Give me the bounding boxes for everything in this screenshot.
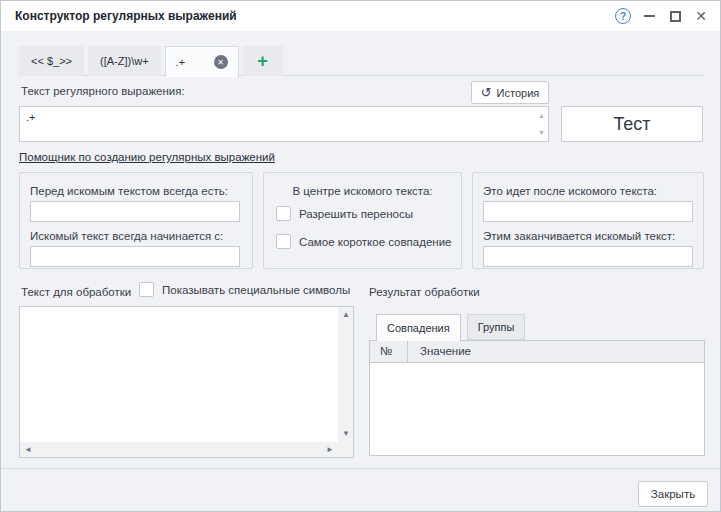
after-text-label: Это идет после искомого текста:	[483, 185, 657, 197]
results-table-header: № Значение	[370, 341, 704, 363]
processing-text-label: Текст для обработки	[21, 286, 131, 298]
maximize-icon	[670, 11, 681, 22]
before-text-input[interactable]	[30, 201, 240, 222]
close-icon: ✕	[695, 9, 707, 23]
close-dialog-button[interactable]: Закрыть	[638, 481, 708, 507]
scroll-right-icon[interactable]: ►	[326, 446, 334, 454]
results-label: Результат обработки	[369, 286, 480, 298]
results-table-body[interactable]	[370, 363, 704, 455]
tab-close-icon[interactable]: ✕	[214, 55, 228, 69]
expression-tabbar: << $_>> ([A-Z])\w+ .+ ✕ +	[19, 46, 283, 76]
footer-divider	[1, 468, 720, 469]
results-tabbar: Совпадения Группы	[376, 314, 525, 341]
minimize-button[interactable]	[636, 1, 662, 31]
tab-expression-1[interactable]: << $_>>	[19, 46, 84, 76]
show-special-label: Показывать специальные символы	[162, 284, 350, 296]
regex-helper-link[interactable]: Помощник по созданию регулярных выражени…	[19, 151, 275, 163]
history-button-label: История	[497, 87, 540, 99]
shortest-match-checkbox-row[interactable]: Самое короткое совпадение	[276, 234, 452, 249]
column-header-number[interactable]: №	[370, 341, 408, 362]
regex-input[interactable]: .+ ▲ ▼	[19, 106, 549, 142]
checkbox-icon[interactable]	[276, 234, 291, 249]
scroll-up-icon[interactable]: ▲	[342, 311, 350, 319]
tab-groups-label: Группы	[478, 321, 515, 333]
groupbox-before-text: Перед искомым текстом всегда есть: Иском…	[19, 172, 253, 269]
tab-matches[interactable]: Совпадения	[376, 314, 461, 341]
before-text-label: Перед искомым текстом всегда есть:	[30, 185, 228, 197]
scrollbar-corner	[338, 442, 353, 457]
spin-up-icon[interactable]: ▲	[538, 112, 545, 119]
results-table: № Значение	[369, 340, 705, 456]
maximize-button[interactable]	[662, 1, 688, 31]
window-controls: ? ✕	[610, 1, 714, 31]
plus-icon: +	[257, 51, 268, 72]
tab-label: ([A-Z])\w+	[100, 55, 149, 67]
processing-text-value	[24, 310, 335, 439]
allow-linebreaks-label: Разрешить переносы	[299, 208, 413, 220]
groupbox-after-text: Это идет после искомого текста: Этим зак…	[472, 172, 704, 269]
checkbox-icon[interactable]	[276, 206, 291, 221]
scroll-left-icon[interactable]: ◄	[24, 446, 32, 454]
window-title: Конструктор регулярных выражений	[15, 1, 237, 31]
test-button-label: Тест	[613, 114, 650, 135]
regex-label: Текст регулярного выражения:	[21, 85, 185, 97]
tab-label: << $_>>	[31, 55, 72, 67]
center-text-title: В центре искомого текста:	[264, 185, 461, 197]
tab-label: .+	[176, 56, 185, 68]
history-icon: ↺	[481, 86, 492, 99]
ends-with-label: Этим заканчивается искомый текст:	[483, 230, 675, 242]
add-tab-button[interactable]: +	[243, 46, 283, 76]
allow-linebreaks-checkbox-row[interactable]: Разрешить переносы	[276, 206, 413, 221]
close-window-button[interactable]: ✕	[688, 1, 714, 31]
after-text-input[interactable]	[483, 201, 693, 222]
horizontal-scrollbar[interactable]: ◄ ►	[20, 442, 338, 457]
tab-matches-label: Совпадения	[387, 322, 450, 334]
processing-textarea[interactable]: ▲ ▼ ◄ ►	[19, 306, 354, 458]
vertical-scrollbar[interactable]: ▲ ▼	[338, 307, 353, 442]
regex-constructor-window: Конструктор регулярных выражений ? ✕ << …	[0, 0, 721, 512]
starts-with-input[interactable]	[30, 246, 240, 267]
groupbox-center-text: В центре искомого текста: Разрешить пере…	[263, 172, 462, 269]
column-header-value[interactable]: Значение	[408, 341, 704, 362]
shortest-match-label: Самое короткое совпадение	[299, 236, 452, 248]
help-icon: ?	[615, 8, 631, 24]
checkbox-icon[interactable]	[139, 282, 154, 297]
minimize-icon	[644, 15, 655, 17]
close-dialog-label: Закрыть	[651, 488, 695, 500]
regex-value: .+	[26, 111, 35, 123]
show-special-checkbox-row[interactable]: Показывать специальные символы	[139, 282, 350, 297]
tab-groups[interactable]: Группы	[467, 314, 526, 340]
spin-down-icon[interactable]: ▼	[538, 129, 545, 136]
scroll-down-icon[interactable]: ▼	[342, 430, 350, 438]
ends-with-input[interactable]	[483, 246, 693, 267]
help-button[interactable]: ?	[610, 1, 636, 31]
titlebar: Конструктор регулярных выражений ? ✕	[1, 1, 720, 31]
test-button[interactable]: Тест	[561, 106, 703, 142]
history-button[interactable]: ↺ История	[471, 81, 549, 104]
starts-with-label: Искомый текст всегда начинается с:	[30, 230, 223, 242]
tab-expression-2[interactable]: ([A-Z])\w+	[88, 46, 161, 76]
tab-expression-3-active[interactable]: .+ ✕	[165, 46, 239, 77]
